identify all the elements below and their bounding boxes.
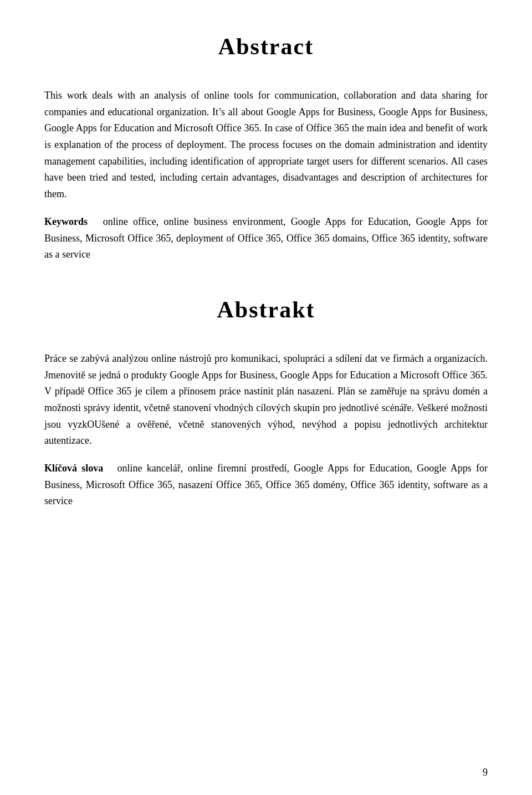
- abstract-body-paragraph: This work deals with an analysis of onli…: [44, 88, 488, 203]
- apps-mention-1: Apps: [299, 106, 320, 117]
- klicova-section: Klíčová slova online kancelář, online fi…: [44, 460, 488, 510]
- abstrakt-title: Abstrakt: [44, 296, 488, 323]
- keywords-label: Keywords: [44, 216, 88, 227]
- page: Abstract This work deals with an analysi…: [0, 0, 532, 795]
- keywords-section: Keywords online office, online business …: [44, 214, 488, 263]
- klicova-label: Klíčová slova: [44, 463, 103, 474]
- abstract-title: Abstract: [44, 33, 488, 60]
- of-mention: of: [295, 122, 304, 134]
- apps-mention-2: Apps: [328, 463, 349, 474]
- abstrakt-body-paragraph: Práce se zabývá analýzou online nástrojů…: [44, 351, 488, 449]
- page-number: 9: [483, 767, 488, 778]
